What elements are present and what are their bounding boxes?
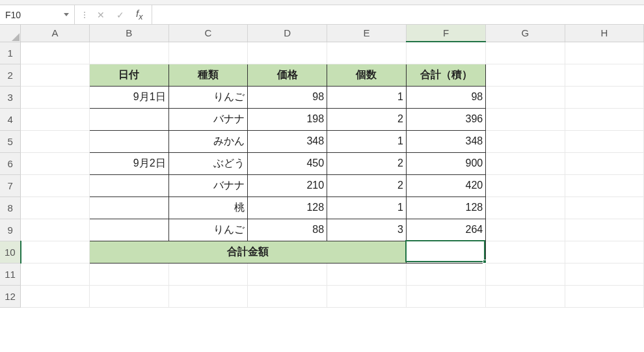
cell-F4[interactable]: 396 xyxy=(406,108,485,130)
cell-H1[interactable] xyxy=(565,42,643,64)
col-header-B[interactable]: B xyxy=(89,25,168,42)
cell-E7[interactable]: 2 xyxy=(327,174,407,196)
cell-B9[interactable] xyxy=(89,219,168,241)
cell-B10-E10-merged[interactable]: 合計金額 xyxy=(89,241,406,263)
spreadsheet-grid[interactable]: A B C D E F G H 1 2 日付 種類 価格 個数 合計（積） 39… xyxy=(0,25,644,308)
row-header-5[interactable]: 5 xyxy=(0,130,21,152)
col-header-G[interactable]: G xyxy=(486,25,565,42)
cell-H7[interactable] xyxy=(565,174,643,196)
cell-G2[interactable] xyxy=(486,64,565,86)
row-header-4[interactable]: 4 xyxy=(0,108,21,130)
cell-D7[interactable]: 210 xyxy=(248,174,327,196)
fx-icon[interactable]: fx xyxy=(136,8,142,21)
cell-H6[interactable] xyxy=(565,152,643,174)
cell-B3[interactable]: 9月1日 xyxy=(89,86,168,108)
cell-D3[interactable]: 98 xyxy=(248,86,327,108)
cell-D2[interactable]: 価格 xyxy=(248,64,327,86)
cell-H12[interactable] xyxy=(565,285,643,307)
cell-E5[interactable]: 1 xyxy=(327,130,407,152)
col-header-F[interactable]: F xyxy=(406,25,485,42)
name-box-dropdown-icon[interactable] xyxy=(64,13,69,16)
name-box-input[interactable] xyxy=(5,10,51,20)
row-header-7[interactable]: 7 xyxy=(0,174,21,196)
cell-A12[interactable] xyxy=(21,285,90,307)
select-all-corner[interactable] xyxy=(0,25,21,42)
row-header-12[interactable]: 12 xyxy=(0,285,21,307)
cell-H3[interactable] xyxy=(565,86,643,108)
cell-C8[interactable]: 桃 xyxy=(168,196,248,219)
cell-F11[interactable] xyxy=(406,263,485,285)
cell-A7[interactable] xyxy=(21,174,90,196)
cell-B6[interactable]: 9月2日 xyxy=(89,152,168,174)
cell-G7[interactable] xyxy=(486,174,565,196)
cell-G11[interactable] xyxy=(486,263,565,285)
row-header-10[interactable]: 10 xyxy=(0,241,21,263)
cell-C11[interactable] xyxy=(168,263,248,285)
cell-E8[interactable]: 1 xyxy=(327,196,407,219)
row-header-9[interactable]: 9 xyxy=(0,219,21,241)
cell-B4[interactable] xyxy=(89,108,168,130)
cell-E11[interactable] xyxy=(327,263,407,285)
cell-C6[interactable]: ぶどう xyxy=(168,152,248,174)
col-header-A[interactable]: A xyxy=(21,25,90,42)
cell-A3[interactable] xyxy=(21,86,90,108)
cell-G6[interactable] xyxy=(486,152,565,174)
cell-F5[interactable]: 348 xyxy=(406,130,485,152)
cancel-icon[interactable]: ✕ xyxy=(97,10,105,20)
cell-A4[interactable] xyxy=(21,108,90,130)
col-header-H[interactable]: H xyxy=(565,25,643,42)
cell-D4[interactable]: 198 xyxy=(248,108,327,130)
cell-A6[interactable] xyxy=(21,152,90,174)
cell-C1[interactable] xyxy=(168,42,248,64)
cell-A2[interactable] xyxy=(21,64,90,86)
cell-F9[interactable]: 264 xyxy=(406,219,485,241)
row-header-11[interactable]: 11 xyxy=(0,263,21,285)
cell-F12[interactable] xyxy=(406,285,485,307)
cell-A9[interactable] xyxy=(21,219,90,241)
cell-F8[interactable]: 128 xyxy=(406,196,485,219)
col-header-D[interactable]: D xyxy=(248,25,327,42)
cell-H9[interactable] xyxy=(565,219,643,241)
cell-D12[interactable] xyxy=(248,285,327,307)
cell-B7[interactable] xyxy=(89,174,168,196)
cell-G3[interactable] xyxy=(486,86,565,108)
cell-H10[interactable] xyxy=(565,241,643,263)
cell-H5[interactable] xyxy=(565,130,643,152)
cell-A11[interactable] xyxy=(21,263,90,285)
cell-A10[interactable] xyxy=(21,241,90,263)
cell-C4[interactable]: バナナ xyxy=(168,108,248,130)
cell-C7[interactable]: バナナ xyxy=(168,174,248,196)
cell-E12[interactable] xyxy=(327,285,407,307)
cell-C2[interactable]: 種類 xyxy=(168,64,248,86)
cell-B5[interactable] xyxy=(89,130,168,152)
confirm-icon[interactable]: ✓ xyxy=(116,10,124,20)
cell-B11[interactable] xyxy=(89,263,168,285)
col-header-C[interactable]: C xyxy=(168,25,248,42)
col-header-E[interactable]: E xyxy=(327,25,407,42)
cell-D8[interactable]: 128 xyxy=(248,196,327,219)
cell-G12[interactable] xyxy=(486,285,565,307)
cell-G5[interactable] xyxy=(486,130,565,152)
cell-D6[interactable]: 450 xyxy=(248,152,327,174)
cell-F10[interactable] xyxy=(406,241,485,263)
cell-F1[interactable] xyxy=(406,42,485,64)
cell-D11[interactable] xyxy=(248,263,327,285)
row-header-6[interactable]: 6 xyxy=(0,152,21,174)
cell-B1[interactable] xyxy=(89,42,168,64)
cell-C3[interactable]: りんご xyxy=(168,86,248,108)
cell-G8[interactable] xyxy=(486,196,565,219)
cell-E4[interactable]: 2 xyxy=(327,108,407,130)
row-header-8[interactable]: 8 xyxy=(0,196,21,219)
cell-E6[interactable]: 2 xyxy=(327,152,407,174)
cell-D5[interactable]: 348 xyxy=(248,130,327,152)
cell-A5[interactable] xyxy=(21,130,90,152)
cell-C9[interactable]: りんご xyxy=(168,219,248,241)
cell-C12[interactable] xyxy=(168,285,248,307)
cell-E2[interactable]: 個数 xyxy=(327,64,407,86)
cell-G10[interactable] xyxy=(486,241,565,263)
cell-H4[interactable] xyxy=(565,108,643,130)
cell-A8[interactable] xyxy=(21,196,90,219)
cell-F2[interactable]: 合計（積） xyxy=(406,64,485,86)
row-header-2[interactable]: 2 xyxy=(0,64,21,86)
cell-D1[interactable] xyxy=(248,42,327,64)
